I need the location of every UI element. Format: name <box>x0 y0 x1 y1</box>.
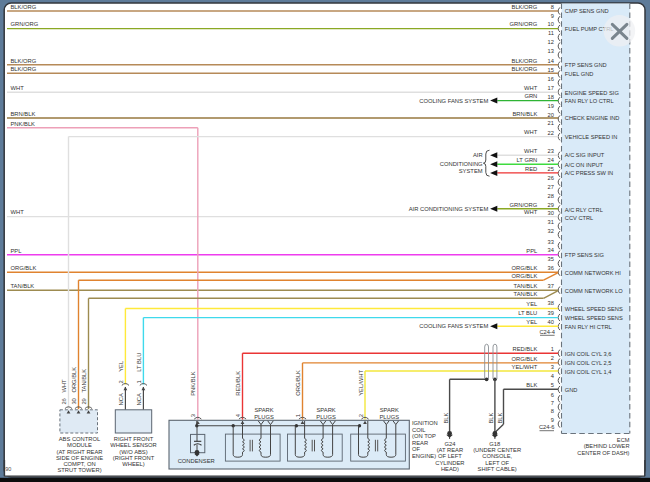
svg-text:COIL: COIL <box>412 427 426 433</box>
svg-text:PLUGS: PLUGS <box>379 414 399 420</box>
svg-text:(W/O ABS): (W/O ABS) <box>119 449 147 455</box>
svg-text:ORG/BLK: ORG/BLK <box>295 370 301 396</box>
svg-text:2: 2 <box>551 355 554 361</box>
svg-text:GRN/ORG: GRN/ORG <box>11 21 39 27</box>
svg-text:19: 19 <box>547 103 553 109</box>
svg-text:29: 29 <box>81 398 87 404</box>
svg-text:BLK/ORG: BLK/ORG <box>512 4 538 10</box>
svg-text:15: 15 <box>547 67 553 73</box>
svg-text:ECM: ECM <box>617 437 630 443</box>
svg-text:SYSTEM: SYSTEM <box>459 168 483 174</box>
svg-text:A/C SIG INPUT: A/C SIG INPUT <box>565 152 605 158</box>
svg-text:14: 14 <box>547 58 553 64</box>
svg-text:BLK: BLK <box>488 412 494 423</box>
svg-text:36: 36 <box>547 265 553 271</box>
svg-text:40: 40 <box>547 319 553 325</box>
svg-text:STRUT TOWER): STRUT TOWER) <box>57 467 101 473</box>
svg-text:WHT: WHT <box>11 85 25 91</box>
svg-text:24: 24 <box>547 157 553 163</box>
svg-text:OF: OF <box>412 446 421 452</box>
svg-text:REAR: REAR <box>412 440 428 446</box>
svg-text:WHT: WHT <box>11 209 25 215</box>
svg-text:22: 22 <box>547 130 553 136</box>
svg-text:WHEEL SPEED SENS: WHEEL SPEED SENS <box>565 306 623 312</box>
svg-text:18: 18 <box>547 94 553 100</box>
svg-text:12: 12 <box>547 39 553 45</box>
svg-text:10: 10 <box>547 21 553 27</box>
svg-text:LT BLU: LT BLU <box>136 353 142 372</box>
svg-text:(UNDER CENTER: (UNDER CENTER <box>473 447 521 453</box>
svg-text:OF LEFT: OF LEFT <box>438 453 462 459</box>
svg-text:(RIGHT FRONT: (RIGHT FRONT <box>113 455 155 461</box>
svg-text:FTP SENS SIG: FTP SENS SIG <box>565 252 604 258</box>
svg-text:LEFT OF: LEFT OF <box>485 460 509 466</box>
svg-text:CMP SENS GND: CMP SENS GND <box>565 8 609 14</box>
svg-text:ENGINE SPEED SIG: ENGINE SPEED SIG <box>565 90 619 96</box>
svg-text:3: 3 <box>190 414 196 417</box>
svg-text:BLK: BLK <box>443 412 449 423</box>
svg-text:VEHICLE SPEED IN: VEHICLE SPEED IN <box>565 134 617 140</box>
svg-text:28: 28 <box>547 193 553 199</box>
svg-text:PNK/BLK: PNK/BLK <box>11 121 36 127</box>
svg-text:TAN/BLK: TAN/BLK <box>81 369 87 393</box>
svg-text:16: 16 <box>547 76 553 82</box>
svg-text:30: 30 <box>71 398 77 404</box>
svg-text:(AT REAR: (AT REAR <box>437 447 464 453</box>
svg-text:26: 26 <box>547 175 553 181</box>
svg-text:GND: GND <box>565 387 578 393</box>
svg-text:ORG/BLK: ORG/BLK <box>71 367 77 393</box>
svg-text:TAN/BLK: TAN/BLK <box>514 291 538 297</box>
svg-text:YEL/WHT: YEL/WHT <box>358 370 364 396</box>
svg-text:8: 8 <box>551 4 554 10</box>
svg-text:NCA: NCA <box>118 393 124 405</box>
svg-text:90: 90 <box>5 466 11 472</box>
svg-text:C24-6: C24-6 <box>539 424 555 430</box>
svg-text:WHEEL SENSOR: WHEEL SENSOR <box>110 442 157 448</box>
svg-text:A/C PRESS SW IN: A/C PRESS SW IN <box>565 170 613 176</box>
svg-text:SIDE OF ENGINE: SIDE OF ENGINE <box>56 455 103 461</box>
svg-text:LT BLU: LT BLU <box>518 310 537 316</box>
svg-text:8: 8 <box>551 408 554 414</box>
svg-text:SPARK: SPARK <box>254 407 273 413</box>
svg-text:26: 26 <box>61 398 67 404</box>
svg-text:CONDENSER: CONDENSER <box>178 458 215 464</box>
svg-text:39: 39 <box>547 310 553 316</box>
svg-text:9: 9 <box>551 13 554 19</box>
svg-text:G24: G24 <box>444 441 456 447</box>
svg-text:WHT: WHT <box>524 148 538 154</box>
svg-text:GRN/ORG: GRN/ORG <box>510 202 538 208</box>
svg-text:PLUGS: PLUGS <box>254 414 274 420</box>
svg-text:1: 1 <box>136 380 142 383</box>
svg-text:20: 20 <box>547 112 553 118</box>
svg-text:CYLINDER: CYLINDER <box>435 460 464 466</box>
svg-text:ORG/BLK: ORG/BLK <box>11 265 37 271</box>
svg-text:CONSOLE,: CONSOLE, <box>482 453 512 459</box>
svg-text:BRN/BLK: BRN/BLK <box>512 111 537 117</box>
svg-text:WHEEL): WHEEL) <box>122 461 145 467</box>
svg-text:ORG/BLK: ORG/BLK <box>512 356 538 362</box>
svg-text:YEL/WHT: YEL/WHT <box>512 364 538 370</box>
svg-text:WHT: WHT <box>524 209 538 215</box>
svg-text:38: 38 <box>547 300 553 306</box>
svg-text:6: 6 <box>551 392 554 398</box>
svg-text:37: 37 <box>547 283 553 289</box>
svg-text:BLK: BLK <box>526 382 537 388</box>
svg-text:BLK: BLK <box>497 412 503 423</box>
svg-text:33: 33 <box>547 239 553 245</box>
svg-text:SPARK: SPARK <box>380 407 399 413</box>
svg-text:FUEL GND: FUEL GND <box>565 71 594 77</box>
svg-text:FTP SENS GND: FTP SENS GND <box>565 62 607 68</box>
svg-text:5: 5 <box>551 382 554 388</box>
svg-text:GRN/ORG: GRN/ORG <box>510 21 538 27</box>
svg-text:CENTER OF DASH): CENTER OF DASH) <box>577 450 629 456</box>
svg-text:CCV CTRL: CCV CTRL <box>565 215 593 221</box>
svg-text:CHECK ENGINE IND: CHECK ENGINE IND <box>565 115 620 121</box>
svg-text:4: 4 <box>551 373 554 379</box>
svg-text:G18: G18 <box>489 441 500 447</box>
svg-text:BLK/ORG: BLK/ORG <box>512 66 538 72</box>
svg-text:1: 1 <box>295 414 301 417</box>
svg-text:LT GRN: LT GRN <box>517 157 538 163</box>
svg-text:9: 9 <box>551 417 554 423</box>
svg-text:BLK/ORG: BLK/ORG <box>11 4 37 10</box>
svg-text:SHIFT CABLE): SHIFT CABLE) <box>478 466 517 472</box>
